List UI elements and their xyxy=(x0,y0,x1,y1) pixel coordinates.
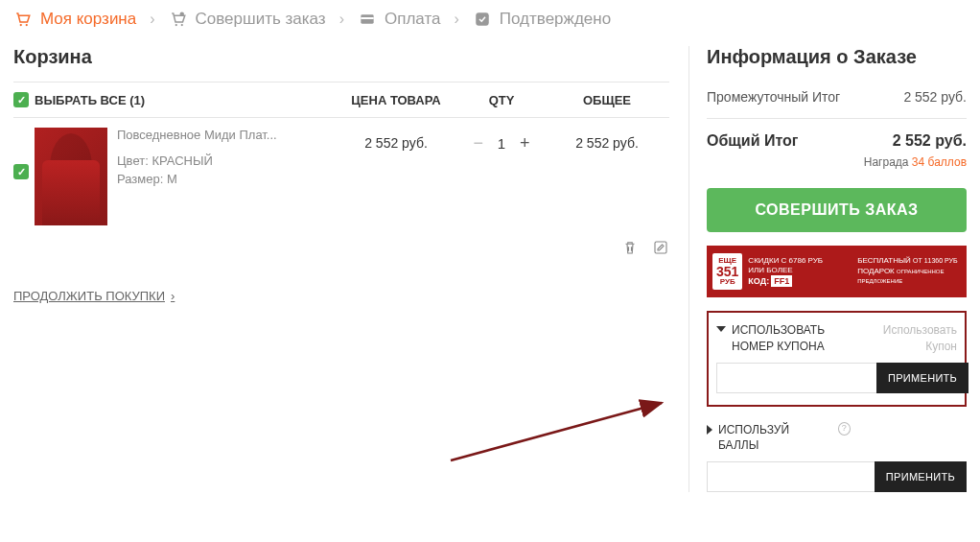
item-checkbox[interactable]: ✓ xyxy=(13,164,29,179)
cart-icon xyxy=(13,11,33,28)
total-value: 2 552 руб. xyxy=(893,132,967,150)
item-actions xyxy=(13,231,669,270)
points-toggle[interactable]: ИСПОЛЬЗУЙ БАЛЛЫ ? xyxy=(707,422,851,455)
checkout-icon xyxy=(169,11,188,28)
coupon-section: ИСПОЛЬЗОВАТЬ НОМЕР КУПОНА Использовать К… xyxy=(707,311,967,407)
coupon-toggle[interactable]: ИСПОЛЬЗОВАТЬ НОМЕР КУПОНА xyxy=(716,322,860,355)
total-row: Общий Итог 2 552 руб. xyxy=(707,118,967,150)
subtotal-row: Промежуточный Итог 2 552 руб. xyxy=(707,82,967,118)
breadcrumb-payment-label: Оплата xyxy=(385,10,440,29)
breadcrumb-confirmed-label: Подтверждено xyxy=(500,10,611,29)
svg-point-0 xyxy=(20,24,22,26)
order-panel: Информация о Заказе Промежуточный Итог 2… xyxy=(688,46,967,492)
continue-shopping-link[interactable]: ПРОДОЛЖИТЬ ПОКУПКИ › xyxy=(13,289,669,303)
edit-icon[interactable] xyxy=(652,239,669,256)
breadcrumb-checkout-label: Совершить заказ xyxy=(196,10,326,29)
product-name[interactable]: Повседневное Миди Плат... xyxy=(117,128,299,142)
total-label: Общий Итог xyxy=(707,132,799,150)
breadcrumb-payment[interactable]: Оплата xyxy=(358,10,440,29)
product-size: Размер: M xyxy=(117,172,334,186)
confirmed-icon xyxy=(473,11,492,28)
checkout-button[interactable]: СОВЕРШИТЬ ЗАКАЗ xyxy=(707,188,967,232)
svg-point-2 xyxy=(175,24,176,26)
quantity-stepper: − 1 + xyxy=(458,133,545,153)
breadcrumb-confirmed[interactable]: Подтверждено xyxy=(473,10,611,29)
card-icon xyxy=(358,11,377,28)
chevron-icon: › xyxy=(150,11,154,28)
qty-decrease-button[interactable]: − xyxy=(469,133,488,153)
select-all-label[interactable]: ВЫБРАТЬ ВСЕ (1) xyxy=(35,93,334,107)
col-total: ОБЩЕЕ xyxy=(545,93,669,107)
breadcrumb: Моя корзина › Совершить заказ › Оплата ›… xyxy=(13,10,967,29)
svg-rect-7 xyxy=(476,12,489,26)
breadcrumb-cart-label: Моя корзина xyxy=(40,10,136,29)
order-title: Информация о Заказе xyxy=(707,46,967,68)
cart-header-row: ✓ ВЫБРАТЬ ВСЕ (1) ЦЕНА ТОВАРА QTY ОБЩЕЕ xyxy=(13,82,669,118)
promo-text-left: СКИДКИ С 6786 РУБ ИЛИ БОЛЕЕ КОД:FF1 xyxy=(748,256,852,287)
help-icon[interactable]: ? xyxy=(838,422,851,436)
chevron-icon: › xyxy=(454,11,458,28)
triangle-right-icon xyxy=(707,425,712,435)
svg-point-4 xyxy=(179,12,184,17)
table-row: ✓ Повседневное Миди Плат... Цвет: КРАСНЫ… xyxy=(13,118,669,231)
product-thumbnail[interactable] xyxy=(35,128,107,225)
product-color: Цвет: КРАСНЫЙ xyxy=(117,153,334,168)
breadcrumb-cart[interactable]: Моя корзина xyxy=(13,10,136,29)
col-price: ЦЕНА ТОВАРА xyxy=(334,93,458,107)
chevron-icon: › xyxy=(339,11,344,28)
chevron-right-icon: › xyxy=(171,289,175,303)
cart-panel: Корзина ✓ ВЫБРАТЬ ВСЕ (1) ЦЕНА ТОВАРА QT… xyxy=(13,46,669,303)
qty-increase-button[interactable]: + xyxy=(515,133,534,153)
points-section: ИСПОЛЬЗУЙ БАЛЛЫ ? ПРИМЕНИТЬ xyxy=(707,422,967,493)
item-price: 2 552 руб. xyxy=(334,128,458,151)
reward-link[interactable]: 34 баллов xyxy=(912,155,967,169)
subtotal-value: 2 552 руб. xyxy=(903,89,967,105)
points-apply-button[interactable]: ПРИМЕНИТЬ xyxy=(875,461,967,492)
subtotal-label: Промежуточный Итог xyxy=(707,89,840,105)
delete-icon[interactable] xyxy=(621,239,639,256)
svg-rect-8 xyxy=(655,242,666,253)
svg-point-3 xyxy=(180,24,182,26)
coupon-apply-button[interactable]: ПРИМЕНИТЬ xyxy=(876,363,968,393)
promo-badge: ЕЩЕ 351 РУБ xyxy=(712,253,742,290)
promo-banner[interactable]: ЕЩЕ 351 РУБ СКИДКИ С 6786 РУБ ИЛИ БОЛЕЕ … xyxy=(707,246,967,297)
qty-value: 1 xyxy=(498,135,505,152)
promo-text-right: БЕСПЛАТНЫЙ ОТ 11360 РУБ ПОДАРОК ОГРАНИЧЕ… xyxy=(857,256,961,286)
points-input[interactable] xyxy=(707,461,875,492)
col-qty: QTY xyxy=(458,93,545,107)
reward-row: Награда 34 баллов xyxy=(707,155,967,169)
select-all-checkbox[interactable]: ✓ xyxy=(13,92,29,107)
svg-point-1 xyxy=(26,24,28,26)
breadcrumb-checkout[interactable]: Совершить заказ xyxy=(169,10,326,29)
cart-title: Корзина xyxy=(13,46,669,68)
svg-rect-6 xyxy=(361,17,373,19)
triangle-down-icon xyxy=(716,326,726,332)
coupon-input[interactable] xyxy=(716,363,876,393)
coupon-hint: Использовать Купон xyxy=(860,322,957,355)
item-total: 2 552 руб. xyxy=(545,128,669,151)
